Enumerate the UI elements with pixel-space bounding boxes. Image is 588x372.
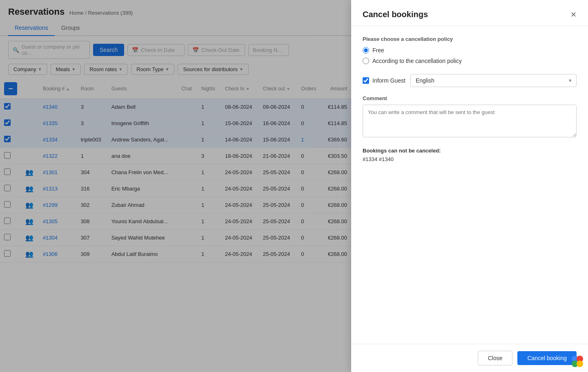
policy-free-radio[interactable]	[363, 47, 369, 54]
cancel-bookings-modal: Cancel bookings ✕ Please choose a cancel…	[351, 0, 588, 372]
app-logo	[571, 355, 584, 368]
policy-free-label: Free	[372, 47, 384, 54]
inform-guest-row: Inform Guest English German French Spani…	[363, 74, 577, 87]
comment-label: Comment	[363, 95, 577, 101]
comment-textarea[interactable]	[363, 105, 577, 137]
policy-cancellation-radio[interactable]	[363, 58, 369, 64]
language-select[interactable]: English German French Spanish	[410, 74, 577, 87]
warning-title: Bookings can not be canceled:	[363, 148, 441, 154]
inform-guest-checkbox[interactable]	[363, 77, 369, 84]
modal-close-button[interactable]: ✕	[570, 10, 577, 19]
inform-guest-checkbox-label[interactable]: Inform Guest	[363, 77, 405, 84]
modal-body: Please choose a cancellation policy Free…	[351, 26, 588, 344]
policy-cancellation-option[interactable]: According to the cancellation policy	[363, 58, 577, 64]
modal-title: Cancel bookings	[363, 10, 428, 19]
policy-cancellation-label: According to the cancellation policy	[372, 58, 462, 64]
svg-point-4	[577, 361, 583, 367]
warning-section: Bookings can not be canceled: #1334 #134…	[363, 147, 577, 164]
modal-footer: Close Cancel booking	[351, 344, 588, 372]
policy-section-label: Please choose a cancellation policy	[363, 36, 577, 42]
policy-radio-group: Free According to the cancellation polic…	[363, 47, 577, 64]
modal-header: Cancel bookings ✕	[351, 0, 588, 26]
warning-ids: #1334 #1340	[363, 156, 394, 162]
cancel-booking-button[interactable]: Cancel booking	[517, 351, 577, 365]
policy-free-option[interactable]: Free	[363, 47, 577, 54]
close-button[interactable]: Close	[478, 351, 513, 365]
inform-guest-label: Inform Guest	[372, 77, 405, 84]
language-select-wrap: English German French Spanish ▼	[410, 74, 577, 87]
